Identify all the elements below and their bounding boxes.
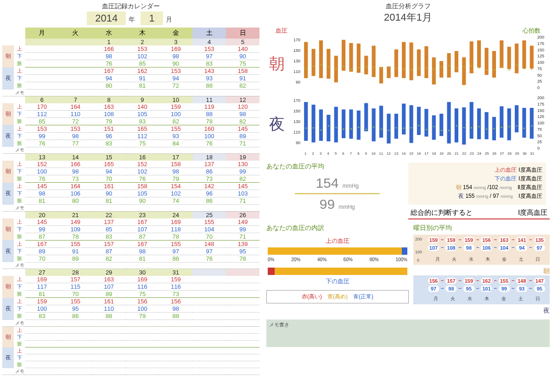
svg-point-141 bbox=[456, 125, 457, 127]
period-label-night: 夜 bbox=[2, 125, 14, 147]
memo-cell[interactable] bbox=[126, 368, 159, 375]
svg-rect-116 bbox=[500, 106, 503, 138]
value-cell: 98 bbox=[126, 247, 159, 255]
memo-cell[interactable] bbox=[59, 147, 92, 154]
svg-text:0: 0 bbox=[537, 146, 540, 151]
value-cell: 93 bbox=[159, 132, 192, 140]
value-cell bbox=[59, 334, 92, 341]
dow-value: 155 bbox=[499, 278, 510, 284]
memo-cell[interactable] bbox=[126, 205, 159, 212]
memo-cell[interactable] bbox=[226, 147, 259, 154]
svg-point-52 bbox=[358, 67, 359, 68]
memo-cell[interactable] bbox=[159, 90, 192, 96]
value-cell: 98 bbox=[25, 190, 59, 197]
memo-cell[interactable] bbox=[192, 147, 226, 154]
memo-cell[interactable] bbox=[126, 90, 159, 96]
memo-cell[interactable] bbox=[159, 262, 192, 269]
value-cell bbox=[226, 334, 259, 341]
svg-text:50: 50 bbox=[537, 134, 542, 138]
value-cell: 156 bbox=[159, 298, 192, 305]
svg-point-53 bbox=[366, 66, 367, 67]
value-cell bbox=[59, 341, 92, 347]
year-value[interactable]: 2014 bbox=[87, 11, 126, 25]
memo-cell[interactable] bbox=[92, 262, 126, 269]
breakdown-sys-label: 上の血圧 bbox=[266, 237, 409, 245]
value-cell: 78 bbox=[192, 118, 226, 125]
memo-cell[interactable] bbox=[192, 262, 226, 269]
value-cell: 107 bbox=[126, 225, 159, 233]
value-cell: 109 bbox=[59, 225, 92, 233]
value-cell: 97 bbox=[192, 53, 226, 60]
svg-rect-109 bbox=[447, 102, 451, 143]
value-cell: 76 bbox=[25, 175, 59, 183]
value-cell: 156 bbox=[126, 298, 159, 305]
memo-cell[interactable] bbox=[59, 368, 92, 375]
memo-cell[interactable] bbox=[126, 262, 159, 269]
value-cell: 130 bbox=[226, 161, 259, 168]
memo-cell[interactable] bbox=[226, 262, 259, 269]
dow-value: 95 bbox=[463, 286, 474, 292]
value-cell: 98 bbox=[59, 168, 92, 175]
memo-cell[interactable] bbox=[126, 147, 159, 154]
svg-text:150: 150 bbox=[293, 48, 300, 53]
memo-cell[interactable] bbox=[126, 320, 159, 327]
memo-cell[interactable] bbox=[192, 368, 226, 375]
svg-point-68 bbox=[479, 67, 480, 69]
memo-cell[interactable] bbox=[192, 320, 226, 327]
memo-cell[interactable] bbox=[25, 320, 59, 327]
memo-cell[interactable] bbox=[92, 147, 126, 154]
value-cell bbox=[92, 327, 126, 334]
memo-cell[interactable] bbox=[92, 90, 126, 96]
memo-cell[interactable] bbox=[25, 147, 59, 154]
svg-point-127 bbox=[350, 128, 352, 129]
memo-cell[interactable] bbox=[159, 368, 192, 375]
svg-point-54 bbox=[373, 66, 374, 67]
memo-cell[interactable] bbox=[226, 90, 259, 96]
value-cell: 73 bbox=[192, 175, 226, 183]
memo-cell[interactable] bbox=[192, 90, 226, 96]
metric-label-dia: 下 bbox=[14, 53, 25, 60]
memo-cell[interactable] bbox=[159, 147, 192, 154]
breakdown-title: あなたの血圧の内訳 bbox=[266, 224, 409, 232]
value-cell: 163 bbox=[92, 276, 126, 283]
memo-cell[interactable] bbox=[59, 320, 92, 327]
svg-rect-17 bbox=[327, 49, 330, 78]
value-cell: 100 bbox=[126, 305, 159, 313]
memo-cell[interactable] bbox=[25, 90, 59, 96]
svg-point-123 bbox=[320, 129, 321, 131]
memo-cell[interactable] bbox=[59, 205, 92, 212]
memo-cell[interactable] bbox=[192, 205, 226, 212]
dow-value: 97 bbox=[428, 286, 439, 292]
month-value[interactable]: 1 bbox=[141, 11, 163, 25]
svg-point-66 bbox=[463, 66, 465, 67]
night-period-label: 夜 bbox=[266, 95, 287, 135]
memo-cell[interactable] bbox=[25, 205, 59, 212]
svg-rect-113 bbox=[477, 108, 481, 139]
header-day-4: 金 bbox=[159, 28, 192, 39]
memo-cell[interactable] bbox=[25, 262, 59, 269]
memo-cell[interactable] bbox=[92, 205, 126, 212]
memo-cell[interactable] bbox=[159, 205, 192, 212]
memo-cell[interactable] bbox=[226, 205, 259, 212]
memo-cell[interactable] bbox=[25, 368, 59, 375]
value-cell: 170 bbox=[25, 103, 59, 111]
metric-label-sys: 上 bbox=[14, 276, 25, 283]
svg-rect-104 bbox=[410, 105, 413, 143]
memo-cell[interactable] bbox=[92, 368, 126, 375]
memo-cell[interactable] bbox=[59, 262, 92, 269]
date-cell bbox=[192, 269, 226, 276]
svg-rect-16 bbox=[319, 40, 323, 78]
dow-morning-tag: 朝 bbox=[413, 267, 550, 275]
date-cell: 22 bbox=[92, 211, 126, 218]
memo-cell[interactable] bbox=[226, 368, 259, 375]
value-cell: 73 bbox=[59, 175, 92, 183]
value-cell: 88 bbox=[92, 313, 126, 320]
memo-cell[interactable] bbox=[59, 90, 92, 96]
memo-cell[interactable] bbox=[92, 320, 126, 327]
memo-section[interactable]: メモ書き bbox=[266, 319, 550, 347]
memo-cell[interactable] bbox=[226, 320, 259, 327]
memo-cell[interactable] bbox=[159, 320, 192, 327]
value-cell: 105 bbox=[126, 190, 159, 197]
svg-point-134 bbox=[403, 128, 405, 129]
svg-text:110: 110 bbox=[293, 69, 300, 74]
